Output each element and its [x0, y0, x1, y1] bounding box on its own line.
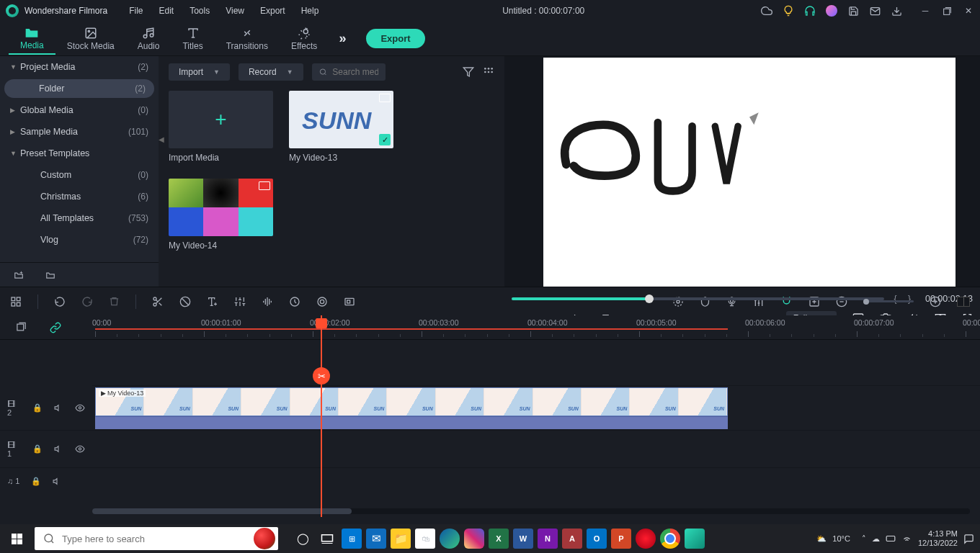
- undo-icon[interactable]: [54, 296, 66, 307]
- crop-off-icon[interactable]: [179, 296, 191, 307]
- avatar-icon[interactable]: [826, 5, 837, 17]
- sidebar-item-folder[interactable]: Folder(2): [4, 79, 154, 98]
- idea-icon[interactable]: [783, 5, 794, 17]
- headphones-icon[interactable]: [804, 5, 816, 17]
- import-dropdown[interactable]: Import▼: [169, 63, 230, 81]
- video-track-2[interactable]: ▶ My Video-13: [92, 386, 980, 431]
- tab-audio[interactable]: Audio: [126, 24, 172, 54]
- app-mail-icon[interactable]: ✉: [366, 529, 386, 549]
- app-filmora-icon[interactable]: [685, 529, 705, 549]
- app-store-icon[interactable]: ⊞: [342, 529, 362, 549]
- tray-language-icon[interactable]: [886, 534, 896, 544]
- app-excel-icon[interactable]: X: [489, 529, 509, 549]
- grid-view-icon[interactable]: [483, 66, 494, 78]
- expand-tabs-icon[interactable]: »: [339, 31, 346, 46]
- taskbar-search[interactable]: [35, 527, 278, 550]
- sidebar-item-preset-templates[interactable]: ▼Preset Templates: [0, 143, 159, 164]
- delete-icon[interactable]: [109, 296, 120, 307]
- mute-icon[interactable]: [53, 477, 62, 486]
- track-head-v1[interactable]: 🎞 1 🔒: [0, 431, 92, 468]
- sidebar-item-custom[interactable]: Custom(0): [0, 164, 159, 186]
- tl-link-icon[interactable]: [50, 322, 61, 333]
- weather-icon[interactable]: ⛅: [816, 534, 827, 544]
- adjust-icon[interactable]: [234, 296, 246, 307]
- text-add-icon[interactable]: [207, 296, 218, 307]
- menu-help[interactable]: Help: [294, 3, 326, 19]
- sidebar-item-project-media[interactable]: ▼Project Media(2): [0, 56, 159, 78]
- cloud-icon[interactable]: [761, 5, 772, 17]
- track-head-v2[interactable]: 🎞 2 🔒: [0, 386, 92, 431]
- mute-icon[interactable]: [54, 403, 63, 413]
- video-track-1[interactable]: [92, 431, 980, 468]
- save-icon[interactable]: [847, 5, 859, 17]
- record-dropdown[interactable]: Record▼: [239, 63, 303, 81]
- search-input[interactable]: [332, 67, 378, 77]
- sidebar-item-global-media[interactable]: ▶Global Media(0): [0, 99, 159, 121]
- download-icon[interactable]: [891, 5, 902, 17]
- split-icon[interactable]: [152, 296, 164, 307]
- app-powerpoint-icon[interactable]: P: [611, 529, 631, 549]
- app-onenote-icon[interactable]: N: [538, 529, 558, 549]
- sidebar-item-vlog[interactable]: Vlog(72): [0, 229, 159, 251]
- color-icon[interactable]: [316, 296, 328, 307]
- app-opera-icon[interactable]: [636, 529, 656, 549]
- new-folder2-icon[interactable]: [13, 270, 24, 280]
- close-icon[interactable]: ✕: [963, 5, 974, 17]
- folder-icon[interactable]: [45, 270, 56, 280]
- sidebar-item-all-templates[interactable]: All Templates(753): [0, 207, 159, 229]
- mail-icon[interactable]: [869, 5, 881, 17]
- video-clip[interactable]: ▶ My Video-13: [95, 387, 728, 416]
- zoom-in-icon[interactable]: [930, 296, 941, 307]
- tray-expand-icon[interactable]: ˄: [862, 534, 866, 544]
- menu-view[interactable]: View: [218, 3, 251, 19]
- weather-temp[interactable]: 10°C: [832, 534, 850, 543]
- audio-lane[interactable]: [95, 416, 728, 429]
- maximize-icon[interactable]: [941, 5, 953, 17]
- app-word-icon[interactable]: W: [513, 529, 533, 549]
- menu-file[interactable]: File: [122, 3, 150, 19]
- mute-icon[interactable]: [54, 444, 63, 454]
- menu-edit[interactable]: Edit: [152, 3, 182, 19]
- menu-export[interactable]: Export: [253, 3, 293, 19]
- filter-icon[interactable]: [463, 66, 474, 78]
- cortana-icon[interactable]: ◯: [293, 529, 313, 549]
- app-instagram-icon[interactable]: [464, 529, 484, 549]
- menu-tools[interactable]: Tools: [182, 3, 217, 19]
- tray-onedrive-icon[interactable]: ☁: [872, 534, 880, 544]
- tab-titles[interactable]: Titles: [171, 24, 214, 54]
- app-chrome-icon[interactable]: [660, 529, 680, 549]
- app-explorer-icon[interactable]: 📁: [391, 529, 411, 549]
- tl-pin-icon[interactable]: [16, 322, 27, 333]
- preview-canvas[interactable]: [543, 58, 956, 287]
- tray-wifi-icon[interactable]: [901, 534, 912, 544]
- timeline-scrollbar[interactable]: [92, 508, 970, 514]
- tab-effects[interactable]: Effects: [280, 24, 329, 54]
- tray-notifications-icon[interactable]: [963, 534, 974, 544]
- tab-stock[interactable]: Stock Media: [55, 24, 126, 54]
- speed-icon[interactable]: [289, 296, 300, 307]
- collapse-sidebar-icon[interactable]: ◀: [159, 135, 164, 143]
- lock-icon[interactable]: 🔒: [32, 403, 43, 413]
- eye-icon[interactable]: [75, 444, 85, 454]
- sidebar-item-sample-media[interactable]: ▶Sample Media(101): [0, 121, 159, 143]
- tray-clock[interactable]: 4:13 PM12/13/2022: [918, 529, 958, 548]
- start-button[interactable]: [0, 524, 33, 553]
- app-access-icon[interactable]: A: [562, 529, 582, 549]
- scrub-bar[interactable]: [512, 297, 884, 300]
- playhead[interactable]: ✂: [321, 315, 322, 517]
- app-outlook-icon[interactable]: O: [587, 529, 607, 549]
- media-item[interactable]: SUNN✓My Video-13: [289, 91, 393, 163]
- minimize-icon[interactable]: ─: [919, 5, 931, 17]
- search-media[interactable]: [312, 63, 386, 81]
- tab-media[interactable]: Media: [9, 23, 55, 55]
- tab-transitions[interactable]: Transitions: [215, 24, 280, 54]
- track-head-a1[interactable]: ♫ 1 🔒: [0, 468, 92, 494]
- redo-icon[interactable]: [81, 296, 93, 307]
- taskbar-search-input[interactable]: [62, 534, 270, 544]
- timeline-mini-icon[interactable]: [957, 297, 970, 307]
- app-edge-icon[interactable]: [440, 529, 460, 549]
- sidebar-item-christmas[interactable]: Christmas(6): [0, 186, 159, 207]
- timeline-ruler[interactable]: 00:0000:00:01:0000:00:02:0000:00:03:0000…: [92, 315, 980, 340]
- layout-icon[interactable]: [10, 296, 22, 307]
- app-msstore-icon[interactable]: 🛍: [415, 529, 435, 549]
